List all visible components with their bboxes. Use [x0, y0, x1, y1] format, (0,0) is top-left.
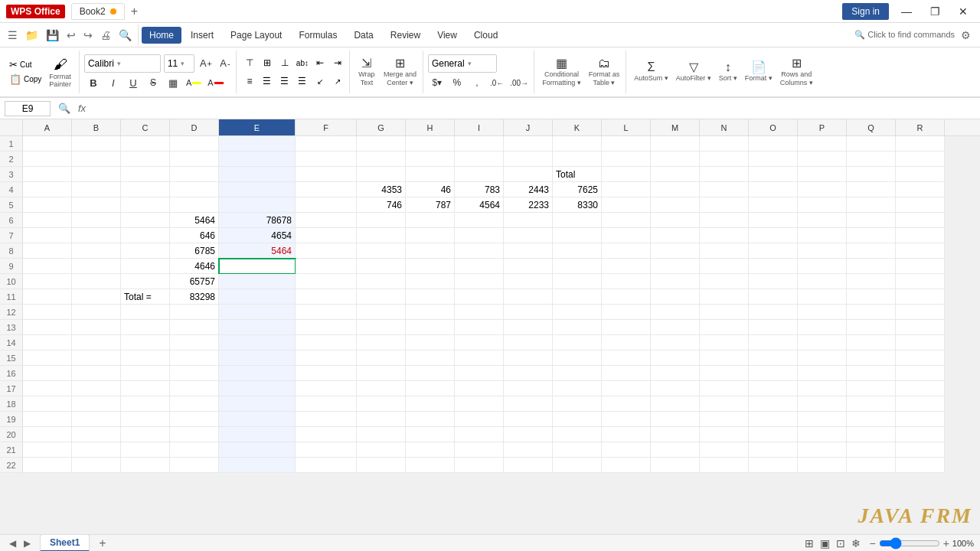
col-header-g[interactable]: G	[357, 119, 406, 135]
list-item[interactable]	[749, 305, 798, 320]
list-item[interactable]	[553, 366, 602, 381]
list-item[interactable]	[798, 350, 847, 366]
list-item[interactable]	[406, 366, 455, 381]
list-item[interactable]	[72, 458, 121, 473]
list-item[interactable]	[798, 396, 847, 412]
list-item[interactable]	[170, 152, 219, 167]
print-icon[interactable]: 🖨	[97, 29, 114, 41]
list-item[interactable]	[455, 167, 504, 182]
list-item[interactable]	[749, 350, 798, 366]
list-item[interactable]	[602, 228, 651, 243]
list-item[interactable]	[798, 335, 847, 350]
toolbar-settings-icon[interactable]: ⚙	[956, 29, 975, 41]
list-item[interactable]	[72, 167, 121, 182]
list-item[interactable]	[847, 427, 896, 442]
list-item[interactable]	[296, 197, 357, 213]
list-item[interactable]	[798, 152, 847, 167]
menu-home[interactable]: Home	[142, 27, 181, 44]
list-item[interactable]	[651, 396, 700, 412]
list-item[interactable]	[651, 442, 700, 458]
list-item[interactable]	[357, 243, 406, 259]
list-item[interactable]: 2233	[504, 197, 553, 213]
list-item[interactable]: 783	[455, 182, 504, 197]
list-item[interactable]	[219, 335, 296, 350]
copy-button[interactable]: 📋 Copy	[8, 73, 43, 86]
list-item[interactable]	[749, 274, 798, 289]
list-item[interactable]	[896, 152, 945, 167]
format-table-button[interactable]: 🗂 Format asTable ▾	[586, 56, 623, 89]
list-item[interactable]	[798, 274, 847, 289]
list-item[interactable]	[170, 305, 219, 320]
list-item[interactable]	[553, 396, 602, 412]
list-item[interactable]	[602, 442, 651, 458]
autofilter-button[interactable]: ▽ AutoFilter ▾	[673, 60, 714, 84]
list-item[interactable]: 2443	[504, 182, 553, 197]
list-item[interactable]	[72, 305, 121, 320]
list-item[interactable]	[602, 289, 651, 305]
list-item[interactable]	[357, 305, 406, 320]
list-item[interactable]	[23, 136, 72, 152]
list-item[interactable]	[219, 442, 296, 458]
list-item[interactable]	[357, 366, 406, 381]
list-item[interactable]	[23, 274, 72, 289]
menu-insert[interactable]: Insert	[183, 27, 221, 44]
list-item[interactable]	[121, 366, 170, 381]
list-item[interactable]	[296, 259, 357, 274]
list-item[interactable]	[72, 396, 121, 412]
list-item[interactable]	[847, 412, 896, 427]
list-item[interactable]	[700, 381, 749, 396]
list-item[interactable]: 746	[357, 197, 406, 213]
list-item[interactable]	[219, 381, 296, 396]
list-item[interactable]	[749, 412, 798, 427]
list-item[interactable]	[219, 136, 296, 152]
list-item[interactable]	[700, 243, 749, 259]
align-center-button[interactable]: ☰	[259, 73, 276, 90]
list-item[interactable]	[651, 259, 700, 274]
list-item[interactable]	[504, 396, 553, 412]
list-item[interactable]	[406, 335, 455, 350]
list-item[interactable]	[504, 427, 553, 442]
list-item[interactable]	[406, 136, 455, 152]
col-header-i[interactable]: I	[455, 119, 504, 135]
list-item[interactable]: 5464	[219, 243, 296, 259]
list-item[interactable]	[896, 213, 945, 228]
list-item[interactable]	[896, 412, 945, 427]
list-item[interactable]	[72, 228, 121, 243]
list-item[interactable]	[847, 366, 896, 381]
list-item[interactable]	[602, 274, 651, 289]
list-item[interactable]	[72, 152, 121, 167]
list-item[interactable]	[72, 197, 121, 213]
list-item[interactable]	[749, 458, 798, 473]
list-item[interactable]	[357, 167, 406, 182]
font-size-dropdown[interactable]: 11 ▾	[164, 54, 194, 73]
list-item[interactable]	[700, 213, 749, 228]
list-item[interactable]	[602, 152, 651, 167]
list-item[interactable]	[504, 320, 553, 335]
list-item[interactable]	[23, 259, 72, 274]
menu-review[interactable]: Review	[383, 27, 428, 44]
list-item[interactable]	[847, 167, 896, 182]
list-item[interactable]: 6785	[170, 243, 219, 259]
menu-data[interactable]: Data	[346, 27, 381, 44]
list-item[interactable]	[219, 396, 296, 412]
list-item[interactable]	[847, 381, 896, 396]
list-item[interactable]	[170, 442, 219, 458]
list-item[interactable]	[170, 136, 219, 152]
font-color-button[interactable]: A	[205, 77, 225, 89]
list-item[interactable]	[72, 182, 121, 197]
list-item[interactable]	[296, 167, 357, 182]
list-item[interactable]	[406, 442, 455, 458]
fill-color-button[interactable]: A	[184, 77, 204, 89]
list-item[interactable]	[896, 167, 945, 182]
list-item[interactable]	[455, 381, 504, 396]
list-item[interactable]	[651, 228, 700, 243]
zoom-formula-icon[interactable]: 🔍	[54, 101, 75, 116]
row-number[interactable]: 21	[0, 442, 23, 458]
list-item[interactable]	[455, 152, 504, 167]
list-item[interactable]	[896, 243, 945, 259]
list-item[interactable]	[553, 213, 602, 228]
list-item[interactable]	[504, 412, 553, 427]
list-item[interactable]	[23, 182, 72, 197]
list-item[interactable]	[296, 152, 357, 167]
list-item[interactable]	[553, 152, 602, 167]
